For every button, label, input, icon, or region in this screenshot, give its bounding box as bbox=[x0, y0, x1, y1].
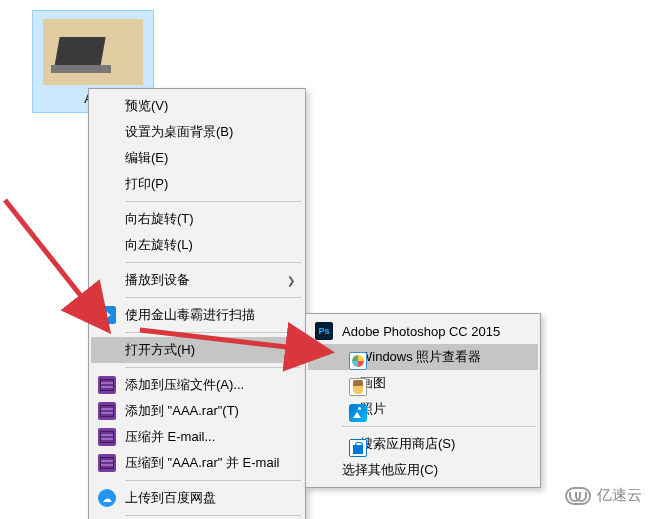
menu-compress-email-label: 压缩并 E-mail... bbox=[125, 428, 215, 446]
paint-icon bbox=[349, 378, 367, 396]
menu-edit-label: 编辑(E) bbox=[125, 149, 168, 167]
photoshop-icon: Ps bbox=[315, 322, 333, 340]
menu-separator bbox=[125, 367, 301, 368]
menu-compress-rar-email[interactable]: 压缩到 "AAA.rar" 并 E-mail bbox=[91, 450, 303, 476]
submenu-other-label: 选择其他应用(C) bbox=[342, 461, 438, 479]
file-thumbnail bbox=[43, 19, 143, 85]
menu-open-with-label: 打开方式(H) bbox=[125, 341, 195, 359]
chevron-right-icon: ❯ bbox=[287, 345, 295, 356]
menu-set-wallpaper-label: 设置为桌面背景(B) bbox=[125, 123, 233, 141]
menu-rotate-left-label: 向左旋转(L) bbox=[125, 236, 193, 254]
menu-set-wallpaper[interactable]: 设置为桌面背景(B) bbox=[91, 119, 303, 145]
winrar-icon bbox=[98, 454, 116, 472]
store-icon bbox=[349, 439, 367, 457]
menu-separator bbox=[125, 297, 301, 298]
menu-separator bbox=[125, 515, 301, 516]
windows-photo-viewer-icon bbox=[349, 352, 367, 370]
menu-archive-label: 添加到压缩文件(A)... bbox=[125, 376, 244, 394]
kingsoft-icon: ✦ bbox=[98, 306, 116, 324]
submenu-photos[interactable]: 照片 bbox=[308, 396, 538, 422]
watermark-text: 亿速云 bbox=[597, 486, 642, 505]
watermark-icon bbox=[565, 487, 591, 505]
menu-preview-label: 预览(V) bbox=[125, 97, 168, 115]
watermark: 亿速云 bbox=[565, 486, 642, 505]
submenu-search-store[interactable]: 搜索应用商店(S) bbox=[308, 431, 538, 457]
menu-separator bbox=[125, 480, 301, 481]
menu-upload-baidu[interactable]: ☁上传到百度网盘 bbox=[91, 485, 303, 511]
menu-open-with[interactable]: 打开方式(H)❯ bbox=[91, 337, 303, 363]
context-menu: 预览(V) 设置为桌面背景(B) 编辑(E) 打印(P) 向右旋转(T) 向左旋… bbox=[88, 88, 306, 519]
menu-compress-email[interactable]: 压缩并 E-mail... bbox=[91, 424, 303, 450]
menu-separator bbox=[125, 332, 301, 333]
menu-rar-label: 添加到 "AAA.rar"(T) bbox=[125, 402, 239, 420]
menu-add-to-archive[interactable]: 添加到压缩文件(A)... bbox=[91, 372, 303, 398]
menu-print-label: 打印(P) bbox=[125, 175, 168, 193]
submenu-paint[interactable]: 画图 bbox=[308, 370, 538, 396]
menu-preview[interactable]: 预览(V) bbox=[91, 93, 303, 119]
submenu-wpv-label: Windows 照片查看器 bbox=[360, 348, 481, 366]
menu-cast-to-device[interactable]: 播放到设备❯ bbox=[91, 267, 303, 293]
menu-rotate-right-label: 向右旋转(T) bbox=[125, 210, 194, 228]
menu-baidu-label: 上传到百度网盘 bbox=[125, 489, 216, 507]
submenu-photoshop-label: Adobe Photoshop CC 2015 bbox=[342, 324, 500, 339]
menu-add-to-rar[interactable]: 添加到 "AAA.rar"(T) bbox=[91, 398, 303, 424]
open-with-submenu: PsAdobe Photoshop CC 2015 Windows 照片查看器 … bbox=[305, 313, 541, 488]
photos-icon bbox=[349, 404, 367, 422]
winrar-icon bbox=[98, 376, 116, 394]
menu-print[interactable]: 打印(P) bbox=[91, 171, 303, 197]
menu-kingsoft-label: 使用金山毒霸进行扫描 bbox=[125, 306, 255, 324]
menu-edit[interactable]: 编辑(E) bbox=[91, 145, 303, 171]
winrar-icon bbox=[98, 428, 116, 446]
menu-kingsoft-scan[interactable]: ✦使用金山毒霸进行扫描 bbox=[91, 302, 303, 328]
menu-cast-label: 播放到设备 bbox=[125, 271, 190, 289]
baidu-icon: ☁ bbox=[98, 489, 116, 507]
menu-separator bbox=[342, 426, 536, 427]
menu-separator bbox=[125, 201, 301, 202]
submenu-windows-photo-viewer[interactable]: Windows 照片查看器 bbox=[308, 344, 538, 370]
menu-rotate-right[interactable]: 向右旋转(T) bbox=[91, 206, 303, 232]
winrar-icon bbox=[98, 402, 116, 420]
menu-separator bbox=[125, 262, 301, 263]
submenu-store-label: 搜索应用商店(S) bbox=[360, 435, 455, 453]
submenu-photoshop[interactable]: PsAdobe Photoshop CC 2015 bbox=[308, 318, 538, 344]
menu-compress-rar-email-label: 压缩到 "AAA.rar" 并 E-mail bbox=[125, 454, 279, 472]
chevron-right-icon: ❯ bbox=[287, 275, 295, 286]
menu-rotate-left[interactable]: 向左旋转(L) bbox=[91, 232, 303, 258]
submenu-choose-other[interactable]: 选择其他应用(C) bbox=[308, 457, 538, 483]
